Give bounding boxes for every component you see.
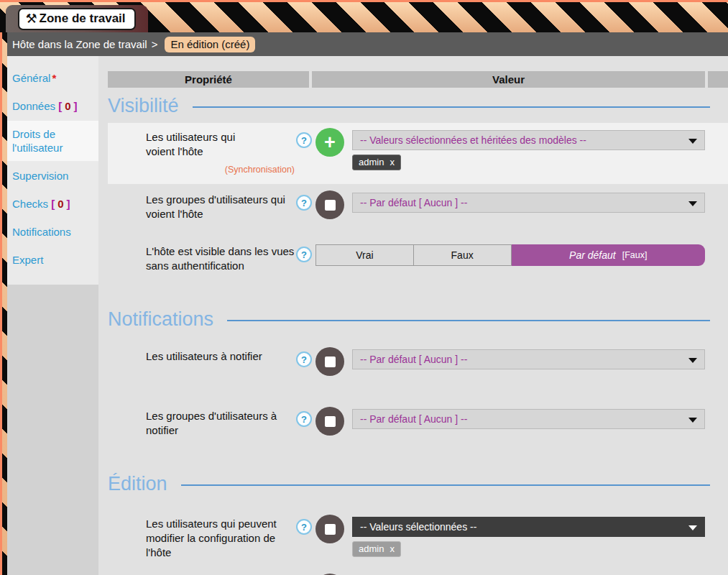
value-control: -- Par défaut [ Aucun ] -- [352,349,705,369]
selected-value-chip-admin[interactable]: admin x [352,541,401,557]
property-label: Les groupes d'utilisateurs à notifier [146,409,295,438]
square-icon [325,416,336,427]
help-icon[interactable]: ? [296,132,312,148]
sidebar-item-checks[interactable]: Checks [0] [7,190,98,217]
sidebar-item-label: Données [12,100,55,112]
square-icon [325,200,336,211]
selected-value-chip-admin[interactable]: admin x [352,155,401,170]
set-value-button[interactable] [315,407,344,436]
visibility-segmented-control: Vrai Faux Par défaut [Faux] [315,244,705,266]
sidebar-item-label: Supervision [12,170,68,182]
users-edit-select[interactable]: -- Valeurs sélectionnées -- [352,517,705,537]
sidebar-item-notifications[interactable]: Notifications [7,218,98,245]
sidebar-filler [7,285,98,575]
groups-see-host-select[interactable]: -- Par défaut [ Aucun ] -- [352,193,705,213]
status-badge: En édition (créé) [165,37,255,52]
add-button[interactable]: + [315,128,344,157]
count-bracket: ] [74,100,78,112]
tools-icon: ⚒ [25,11,37,27]
square-icon [325,356,336,367]
property-label: Les groupes d'utilisateurs qui voient l'… [146,193,295,221]
set-value-button[interactable] [315,347,344,376]
section-title: Visibilité [108,94,179,117]
hazard-stripe-left-edge [0,32,7,575]
breadcrumb: Hôte dans la Zone de travail > En éditio… [7,32,728,56]
sidebar-nav: Général* Données [0] Droits de l'utilisa… [7,56,98,285]
section-rule [181,484,710,486]
workspace-button-label: Zone de travail [40,12,126,26]
help-icon[interactable]: ? [296,247,312,262]
segment-false-button[interactable]: Faux [414,244,512,266]
chip-remove-icon[interactable]: x [390,543,395,554]
default-value: [Faux] [622,250,648,260]
chip-remove-icon[interactable]: x [390,157,395,167]
section-heading-visibilite: Visibilité [108,94,728,117]
table-header: Propriété Valeur [108,71,728,88]
required-asterisk: * [52,72,56,84]
label-line: modifier la configuration de [146,531,295,546]
row-users-can-edit: Les utilisateurs qui peuvent modifier la… [108,510,728,567]
value-control: -- Valeurs sélectionnées -- admin x [352,517,705,557]
label-line: Les groupes d'utilisateurs qui [146,193,295,207]
plus-icon: + [324,133,336,152]
sidebar: Général* Données [0] Droits de l'utilisa… [7,56,98,575]
property-label: Les utilisateurs qui voient l'hôte (Sync… [146,130,295,177]
breadcrumb-separator: > [152,38,158,50]
row-groups-see-host: Les groupes d'utilisateurs qui voient l'… [108,185,728,236]
section-title: Notifications [108,308,213,331]
label-line: Les groupes d'utilisateurs à [146,409,295,423]
label-line: Les utilisateurs qui [146,130,295,144]
default-label: Par défaut [569,249,616,261]
row-users-see-host: Les utilisateurs qui voient l'hôte (Sync… [108,123,728,184]
sidebar-item-droits-utilisateur[interactable]: Droits de l'utilisateur [7,121,98,161]
row-groups-to-notify: Les groupes d'utilisateurs à notifier ? … [108,402,728,452]
main-panel: Propriété Valeur Visibilité Les utilisat… [98,56,728,575]
help-icon[interactable]: ? [296,519,312,535]
sidebar-item-label: Expert [12,254,43,266]
property-label: Les utilisateurs qui peuvent modifier la… [146,517,295,560]
sidebar-item-expert[interactable]: Expert [7,247,98,273]
label-line: sans authentification [146,259,295,273]
label-line: Les utilisateurs à notifier [146,349,295,364]
sidebar-item-label: Notifications [12,226,71,238]
square-icon [325,524,336,535]
help-icon[interactable]: ? [296,195,312,211]
row-users-to-notify: Les utilisateurs à notifier ? -- Par déf… [108,342,728,383]
groups-notify-select[interactable]: -- Par défaut [ Aucun ] -- [352,409,705,429]
label-line: voient l'hôte [146,144,295,159]
sidebar-item-donnees[interactable]: Données [0] [7,93,98,119]
count-badge: 0 [62,100,73,112]
section-heading-edition: Édition [108,472,728,495]
sidebar-item-general[interactable]: Général* [7,65,98,91]
users-notify-select[interactable]: -- Par défaut [ Aucun ] -- [352,349,705,369]
synchronisation-note: (Synchronisation) [146,162,295,177]
chip-label: admin [359,157,384,167]
value-control: -- Par défaut [ Aucun ] -- [352,409,705,429]
row-host-visible-unauth: L'hôte est visible dans les vues sans au… [108,237,728,288]
segment-true-button[interactable]: Vrai [315,244,414,266]
label-line: Les utilisateurs qui peuvent [146,517,295,531]
section-rule [193,106,710,108]
set-value-button[interactable] [315,515,344,543]
sidebar-item-label: Checks [12,198,48,210]
property-label: L'hôte est visible dans les vues sans au… [146,244,295,273]
label-line: L'hôte est visible dans les vues [146,244,295,259]
column-header-value: Valeur [312,71,705,88]
property-label: Les utilisateurs à notifier [146,349,295,364]
section-rule [227,320,710,321]
column-header-property: Propriété [108,71,309,88]
count-bracket: ] [67,198,70,210]
chip-label: admin [359,543,384,554]
breadcrumb-path: Hôte dans la Zone de travail [12,38,147,50]
help-icon[interactable]: ? [296,411,312,427]
help-icon[interactable]: ? [296,351,312,367]
workspace-button[interactable]: ⚒ Zone de travail [18,8,135,30]
workspace-tab: ⚒ Zone de travail [6,5,148,32]
section-heading-notifications: Notifications [108,308,728,331]
label-line: notifier [146,423,295,438]
sidebar-item-label: Général [12,72,50,84]
sidebar-item-supervision[interactable]: Supervision [7,162,98,189]
set-value-button[interactable] [315,190,344,219]
users-see-host-select[interactable]: -- Valeurs sélectionnées et héritées des… [352,130,705,150]
segment-default-button[interactable]: Par défaut [Faux] [512,244,706,266]
